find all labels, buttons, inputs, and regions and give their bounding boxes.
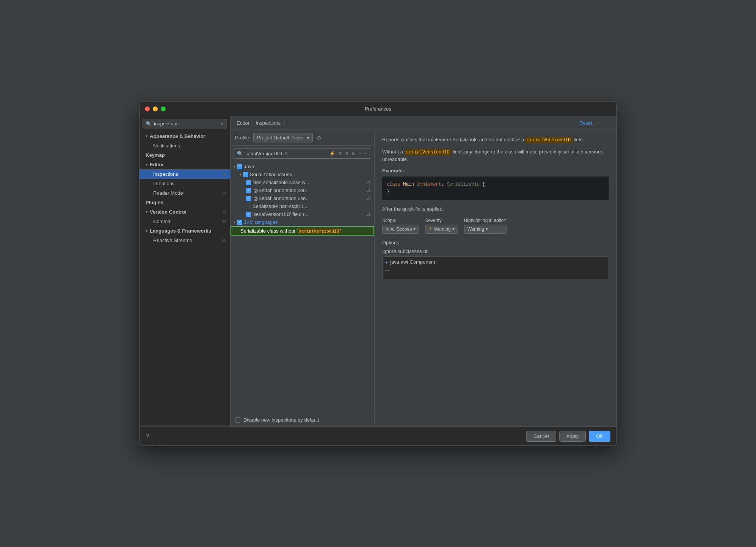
profile-label: Profile: xyxy=(235,135,250,141)
warning-icon: ⚠ xyxy=(367,188,371,193)
breadcrumb-inspections: Inspections xyxy=(256,120,281,126)
tree-label: JVM languages xyxy=(244,219,371,225)
java-checkbox[interactable]: — xyxy=(237,164,242,169)
tree-row[interactable]: ✓ 'serialVersionUID' field r... ⚠ xyxy=(231,210,374,218)
search-input[interactable] xyxy=(154,121,218,127)
tree-label: 'serialVersionUID' field r... xyxy=(253,211,365,217)
jvm-checkbox[interactable]: ✓ xyxy=(237,220,242,225)
example-label: Example: xyxy=(382,168,609,173)
remove-icon[interactable]: − xyxy=(364,150,368,157)
reset-button[interactable]: Reset xyxy=(579,120,592,126)
forward-arrow-icon[interactable]: → xyxy=(605,120,610,126)
highlighting-dropdown[interactable]: Warning ▾ xyxy=(464,225,507,234)
sidebar-item-label: Commit xyxy=(153,219,170,224)
header-actions: Reset ← → xyxy=(579,120,610,126)
checkbox[interactable] xyxy=(246,204,251,209)
window-title: Preferences xyxy=(365,106,391,112)
breadcrumb: Editor › Inspections ⊟ xyxy=(237,120,286,126)
sidebar: 🔍 ✕ ▾ Appearance & Behavior Notification… xyxy=(140,116,231,427)
maximize-button[interactable] xyxy=(161,106,166,111)
sidebar-item-plugins[interactable]: Plugins xyxy=(140,198,230,207)
tree-row[interactable]: ▾ — Serialization issues xyxy=(231,170,374,178)
highlighting-label: Highlighting in editor: xyxy=(464,218,507,223)
tree-row[interactable]: ▾ ✓ JVM languages xyxy=(231,218,374,226)
scope-dropdown[interactable]: In All Scopes ▾ xyxy=(382,225,419,234)
cancel-button[interactable]: Cancel xyxy=(526,431,556,442)
help-icon[interactable]: ? xyxy=(146,433,149,440)
sidebar-item-languages[interactable]: ▾ Languages & Frameworks xyxy=(140,226,230,236)
main-content: 🔍 ✕ ▾ Appearance & Behavior Notification… xyxy=(140,116,616,427)
disable-checkbox[interactable] xyxy=(235,417,240,423)
sidebar-item-label: Appearance & Behavior xyxy=(150,133,205,139)
back-arrow-icon[interactable]: ← xyxy=(596,120,601,126)
chevron-down-icon: ▾ xyxy=(307,135,309,141)
filter-icons: ⚡ ⬆ ⬇ ⊟ + − xyxy=(329,150,368,157)
filter-icon[interactable]: ⚡ xyxy=(329,150,336,157)
search-bar[interactable]: 🔍 ✕ xyxy=(143,119,227,128)
checkbox[interactable]: ✓ xyxy=(246,196,251,201)
sidebar-item-commit[interactable]: Commit ⊟ xyxy=(140,217,230,226)
sidebar-item-notifications[interactable]: Notifications xyxy=(140,141,230,150)
chevron-down-icon: ▾ xyxy=(413,227,416,232)
add-icon[interactable]: + xyxy=(358,150,362,157)
profile-bar: Profile: Project Default Project ▾ ⚙ xyxy=(231,130,374,146)
tree-row[interactable]: Serializable class without 'serialVersio… xyxy=(231,226,374,236)
sidebar-item-intentions[interactable]: Intentions xyxy=(140,179,230,188)
settings-row: Scope: In All Scopes ▾ Severity: ⚠ xyxy=(382,218,609,234)
sidebar-item-label: Plugins xyxy=(146,200,163,205)
window-icon: ⊟ xyxy=(283,120,286,125)
code-inline: serialVersionUID xyxy=(405,149,451,155)
sort-down-icon[interactable]: ⬇ xyxy=(344,150,350,157)
ok-button[interactable]: OK xyxy=(589,431,610,442)
severity-label: Severity: xyxy=(425,218,458,223)
sidebar-item-keymap[interactable]: Keymap xyxy=(140,150,230,160)
chevron-down-icon: ▾ xyxy=(234,220,235,224)
remove-icon[interactable]: — xyxy=(385,267,606,273)
sidebar-item-editor[interactable]: ▾ Editor xyxy=(140,160,230,169)
checkbox[interactable]: ✓ xyxy=(246,212,251,217)
code-inline: serialVersionUID xyxy=(525,137,572,143)
profile-select[interactable]: Project Default Project ▾ xyxy=(253,133,313,142)
sidebar-item-label: Reader Mode xyxy=(153,190,183,196)
inspection-list-panel: Profile: Project Default Project ▾ ⚙ 🔍 s… xyxy=(231,130,375,427)
edit-icon: ⊟ xyxy=(223,210,226,214)
sort-up-icon[interactable]: ⬆ xyxy=(337,150,343,157)
ignore-label: Ignore subclasses of: xyxy=(382,248,609,254)
sidebar-item-version-control[interactable]: ▾ Version Control ⊟ xyxy=(140,207,230,217)
list-item: + java.awt.Component xyxy=(385,259,606,265)
sidebar-item-reader-mode[interactable]: Reader Mode ⊟ xyxy=(140,188,230,198)
close-button[interactable] xyxy=(145,106,150,111)
serialization-checkbox[interactable]: — xyxy=(243,172,248,177)
minimize-button[interactable] xyxy=(153,106,158,111)
search-clear-icon[interactable]: ✕ xyxy=(220,121,224,127)
tree-row[interactable]: ✓ Non-serializable class w... ⚠ xyxy=(231,178,374,186)
sidebar-item-inspections[interactable]: Inspections ⊟ xyxy=(140,169,230,179)
options-label: Options xyxy=(382,240,609,245)
sidebar-item-label: Notifications xyxy=(153,143,180,148)
sidebar-item-label: Intentions xyxy=(153,181,174,186)
checkbox[interactable]: ✓ xyxy=(246,188,251,193)
tree-row[interactable]: ✓ '@Serial' annotation cou... ⚠ xyxy=(231,186,374,194)
add-icon[interactable]: + xyxy=(385,259,388,265)
expand-icon[interactable]: ⊟ xyxy=(351,150,356,157)
search-icon: 🔍 xyxy=(237,151,243,156)
search-clear-icon[interactable]: ✕ xyxy=(284,151,288,156)
warning-icon: ⚠ xyxy=(367,180,371,185)
search-filter-bar[interactable]: 🔍 serialVersionUID ✕ ⚡ ⬆ ⬇ ⊟ + − xyxy=(234,148,371,159)
sidebar-item-reactive-streams[interactable]: Reactive Streams ⊟ xyxy=(140,236,230,245)
scope-col: Scope: In All Scopes ▾ xyxy=(382,218,419,234)
tree-row[interactable]: ▾ — Java xyxy=(231,163,374,170)
severity-dropdown[interactable]: ⚠ Warning ▾ xyxy=(425,225,458,234)
tree-row[interactable]: ✓ '@Serial' annotation use... ⚠ xyxy=(231,194,374,202)
apply-button[interactable]: Apply xyxy=(559,431,586,442)
tree-row[interactable]: Serializable non-static i... xyxy=(231,202,374,210)
code-block: class Main implements Serializable { } xyxy=(382,177,609,200)
sidebar-item-label: Reactive Streams xyxy=(153,238,192,243)
gear-button[interactable]: ⚙ xyxy=(316,134,322,142)
footer: ? Cancel Apply OK xyxy=(140,427,616,445)
checkbox[interactable]: ✓ xyxy=(246,180,251,185)
breadcrumb-separator: › xyxy=(252,120,253,126)
profile-badge: Project xyxy=(292,136,304,140)
sidebar-item-appearance[interactable]: ▾ Appearance & Behavior xyxy=(140,131,230,141)
breadcrumb-editor: Editor xyxy=(237,120,249,126)
